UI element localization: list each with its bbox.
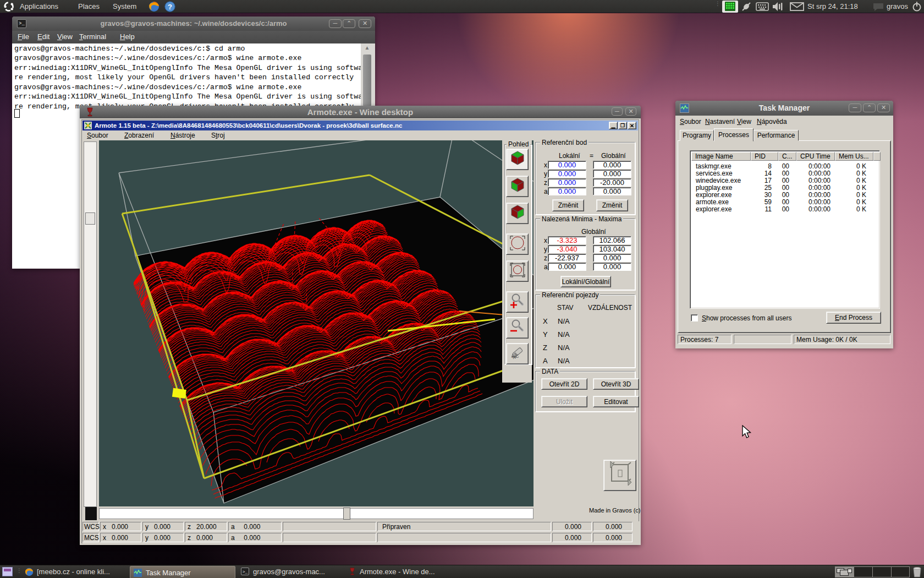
- svg-text:?: ?: [168, 3, 172, 11]
